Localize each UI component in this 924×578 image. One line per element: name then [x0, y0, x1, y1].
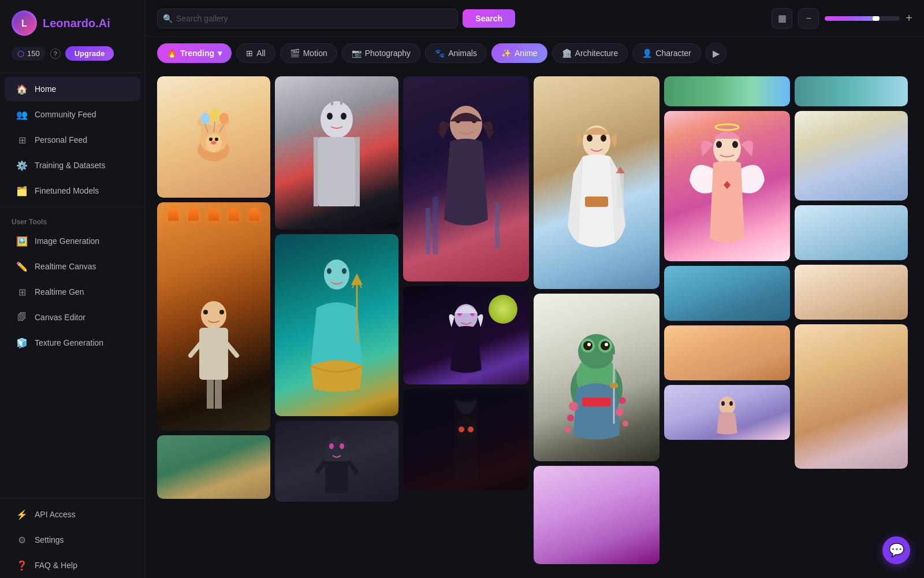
list-item[interactable] — [403, 286, 529, 384]
list-item[interactable] — [534, 466, 660, 564]
svg-rect-44 — [433, 197, 438, 254]
add-button[interactable]: + — [906, 12, 912, 25]
character-icon: 👤 — [642, 49, 652, 58]
filter-all[interactable]: ⊞ All — [236, 43, 275, 63]
filter-anime[interactable]: ✨ Anime — [491, 43, 547, 63]
filter-animals[interactable]: 🐾 Animals — [425, 43, 487, 63]
filter-character[interactable]: 👤 Character — [632, 43, 701, 63]
filter-animals-label: Animals — [448, 49, 477, 58]
svg-rect-68 — [582, 398, 611, 406]
search-container: 🔍 Search — [157, 9, 515, 28]
personal-feed-icon: ⊞ — [16, 134, 28, 146]
nav-canvas-editor-label: Canvas Editor — [35, 313, 85, 322]
nav-api-access[interactable]: ⚡ API Access — [5, 502, 140, 527]
list-item[interactable] — [534, 294, 660, 461]
svg-point-8 — [215, 138, 218, 141]
svg-rect-56 — [585, 197, 608, 207]
chat-bubble-button[interactable]: 💬 — [882, 536, 910, 564]
list-item[interactable] — [403, 76, 529, 281]
training-icon: ⚙️ — [16, 160, 28, 171]
list-item[interactable] — [795, 111, 908, 201]
list-item[interactable] — [403, 389, 529, 490]
svg-point-38 — [329, 443, 334, 449]
minus-button[interactable]: − — [798, 8, 819, 29]
svg-point-28 — [327, 113, 333, 120]
grid-icon: ▦ — [778, 13, 787, 24]
token-badge: ⬡ 150 — [12, 47, 46, 61]
svg-rect-70 — [610, 383, 618, 388]
grid-view-button[interactable]: ▦ — [772, 8, 792, 29]
svg-point-61 — [578, 334, 615, 369]
nav-training-datasets[interactable]: ⚙️ Training & Datasets — [5, 153, 140, 177]
list-item[interactable] — [275, 76, 398, 229]
svg-rect-37 — [325, 461, 348, 493]
svg-point-72 — [616, 408, 624, 416]
logo-area: L Leonardo.Ai — [0, 0, 145, 44]
filter-all-label: All — [256, 49, 266, 58]
nav-realtime-canvas[interactable]: ✏️ Realtime Canvas — [5, 254, 140, 279]
search-input-wrap: 🔍 — [157, 9, 458, 28]
svg-point-84 — [729, 401, 733, 406]
svg-point-73 — [567, 414, 574, 421]
svg-point-13 — [210, 109, 220, 121]
list-item[interactable] — [795, 265, 908, 320]
nav-realtime-gen[interactable]: ⊞ Realtime Gen — [5, 280, 140, 304]
nav-personal-feed[interactable]: ⊞ Personal Feed — [5, 128, 140, 152]
list-item[interactable] — [664, 111, 790, 261]
list-item[interactable] — [534, 76, 660, 289]
help-icon[interactable]: ? — [50, 49, 61, 59]
nav-realtime-canvas-label: Realtime Canvas — [35, 262, 96, 271]
svg-rect-20 — [207, 380, 214, 409]
svg-rect-31 — [340, 92, 342, 105]
nav-faq[interactable]: ❓ FAQ & Help — [5, 553, 140, 577]
upgrade-button[interactable]: Upgrade — [65, 46, 114, 61]
nav-community-feed[interactable]: 👥 Community Feed — [5, 102, 140, 127]
nav-realtime-gen-label: Realtime Gen — [35, 287, 84, 297]
all-icon: ⊞ — [246, 49, 253, 58]
list-item[interactable] — [795, 324, 908, 469]
svg-point-79 — [732, 141, 738, 148]
nav-api-label: API Access — [35, 510, 76, 519]
search-input[interactable] — [157, 9, 458, 28]
list-item[interactable] — [795, 205, 908, 260]
nav-texture-gen-label: Texture Generation — [35, 338, 103, 347]
search-button[interactable]: Search — [463, 9, 515, 28]
progress-track[interactable] — [825, 16, 900, 21]
svg-point-83 — [721, 401, 725, 406]
trending-dropdown-icon: ▾ — [218, 49, 222, 58]
nav-finetuned-models[interactable]: 🗂️ Finetuned Models — [5, 179, 140, 203]
filter-trending[interactable]: 🔥 Trending ▾ — [157, 43, 232, 63]
upgrade-bar: ⬡ 150 ? Upgrade — [0, 44, 145, 69]
nav-home-label: Home — [35, 84, 56, 94]
nav-settings[interactable]: ⚙ Settings — [5, 528, 140, 552]
nav-canvas-editor[interactable]: 🗐 Canvas Editor — [5, 305, 140, 329]
svg-rect-27 — [318, 137, 355, 206]
nav-texture-generation[interactable]: 🧊 Texture Generation — [5, 331, 140, 355]
nav-faq-label: FAQ & Help — [35, 561, 77, 570]
list-item[interactable] — [664, 266, 790, 321]
nav-home[interactable]: 🏠 Home — [5, 77, 140, 101]
nav-image-generation[interactable]: 🖼️ Image Generation — [5, 229, 140, 253]
filter-architecture[interactable]: 🏛️ Architecture — [552, 43, 628, 63]
list-item[interactable] — [664, 76, 790, 106]
search-icon: 🔍 — [163, 14, 173, 23]
list-item[interactable] — [664, 385, 790, 440]
list-item[interactable] — [157, 76, 270, 198]
realtime-gen-icon: ⊞ — [16, 286, 28, 298]
list-item[interactable] — [157, 202, 270, 431]
svg-point-76 — [623, 421, 628, 427]
list-item[interactable] — [795, 76, 908, 106]
svg-point-14 — [219, 113, 229, 124]
list-item[interactable] — [275, 234, 398, 416]
filter-photography[interactable]: 📷 Photography — [342, 43, 420, 63]
svg-point-7 — [209, 138, 213, 141]
faq-icon: ❓ — [16, 560, 28, 571]
list-item[interactable] — [275, 421, 398, 502]
filter-more-button[interactable]: ▶ — [706, 43, 726, 64]
list-item[interactable] — [664, 325, 790, 380]
topbar-right: ▦ − + — [772, 8, 912, 29]
community-feed-icon: 👥 — [16, 109, 28, 120]
filter-motion[interactable]: 🎬 Motion — [280, 43, 337, 63]
logo-accent: .Ai — [95, 17, 110, 29]
list-item[interactable] — [157, 435, 270, 499]
